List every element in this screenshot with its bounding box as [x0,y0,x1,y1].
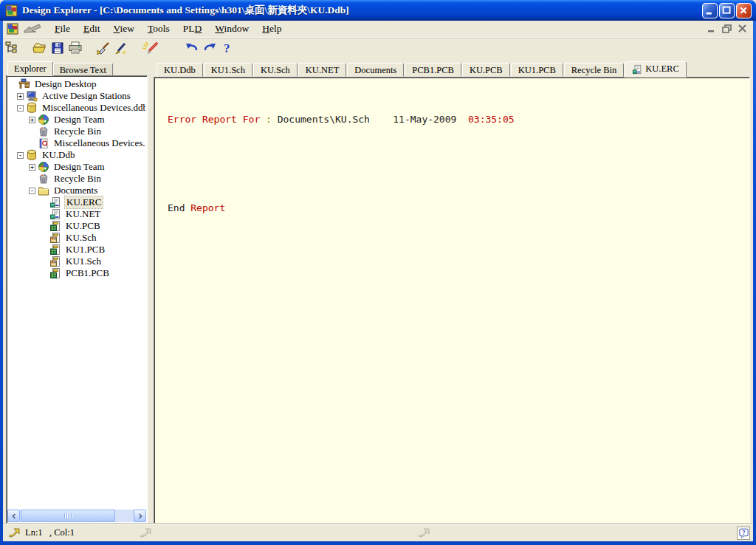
mdi-restore-button[interactable] [721,23,733,34]
wand-tool-icon [142,41,161,55]
redo-icon [202,41,217,55]
tree-item-misc-devices-ddb[interactable]: -Miscellaneous Devices.ddb [8,102,145,114]
expand-toggle[interactable]: - [29,188,35,194]
save-icon [50,41,65,55]
scroll-left-button[interactable] [7,510,20,522]
tree-item-recycle-bin[interactable]: Recycle Bin [8,173,145,185]
report-document-icon [49,208,61,220]
tree-container: Design Desktop +Active Design Stations -… [6,75,148,524]
expand-toggle[interactable]: + [29,164,35,171]
close-button[interactable] [736,3,752,18]
erc-report-text: Error Report For : Documents\KU.Sch11-Ma… [156,79,748,521]
expand-toggle [29,128,35,135]
status-help-button[interactable]: ? [737,527,750,540]
maximize-button[interactable] [719,3,735,18]
document-arrow-icon[interactable] [23,23,42,35]
tree-item-pcb1-pcb[interactable]: PCB1.PCB [8,267,145,279]
panel-swoosh-icon [140,528,154,538]
help-button[interactable]: ? [219,39,236,57]
doc-tab-documents[interactable]: Documents [347,63,404,77]
expand-toggle [41,211,47,218]
doc-tab-ku-erc-active[interactable]: KU.ERC [625,61,687,78]
tree-item-design-desktop[interactable]: Design Desktop [8,78,145,90]
client-area: File Edit View Tools PLD Window Help [3,21,753,541]
tree-item-ku-net[interactable]: KU.NET [8,208,145,220]
doc-tab-pcb1-pcb[interactable]: PCB1.PCB [405,63,461,77]
menu-tools[interactable]: Tools [141,21,176,36]
expand-toggle[interactable]: + [29,117,35,123]
menu-file[interactable]: File [48,21,77,36]
doc-tab-ku1-pcb[interactable]: KU1.PCB [511,63,563,77]
expand-toggle [41,199,47,206]
tree-item-ku-ddb[interactable]: -KU.Ddb [8,149,145,161]
tree-item-ku-erc[interactable]: KU.ERC [8,196,145,208]
tree-item-misc-devices-lib[interactable]: Miscellaneous Devices.lib [8,137,145,149]
minimize-button[interactable] [702,3,718,18]
print-button[interactable] [66,39,84,57]
knife-tool-icon [96,41,111,55]
app-window: Design Explorer - [C:\Documents and Sett… [0,0,756,545]
toolbar: ? [3,38,753,58]
expand-toggle [41,247,47,253]
cursor-swoosh-icon [9,528,22,538]
save-button[interactable] [49,39,66,57]
svg-text:?: ? [742,528,745,535]
library-icon [38,137,49,149]
team-icon [38,161,49,173]
wand-tool-button[interactable] [140,39,162,57]
open-document-button[interactable] [31,39,49,57]
doc-tab-recycle-bin[interactable]: Recycle Bin [564,63,624,77]
tree-horizontal-scrollbar[interactable] [7,510,146,522]
undo-button[interactable] [183,39,201,57]
scrollbar-track[interactable] [115,510,134,522]
mdi-close-button[interactable] [736,23,749,34]
redo-button[interactable] [201,39,219,57]
report-document-icon [49,196,61,208]
report-view[interactable]: Error Report For : Documents\KU.Sch11-Ma… [154,77,750,524]
tree-item-documents-folder[interactable]: -Documents [8,185,145,196]
doc-tab-ku-ddb[interactable]: KU.Ddb [157,63,203,77]
tree-item-ku1-sch[interactable]: KU1.Sch [8,256,145,267]
doc-tab-ku-net[interactable]: KU.NET [298,63,346,77]
help-icon: ? [220,41,235,55]
menu-window[interactable]: Window [208,21,255,36]
tab-browse-text[interactable]: Browse Text [53,63,113,75]
expand-toggle [29,140,35,147]
doc-tab-ku-sch[interactable]: KU.Sch [253,63,298,77]
expand-toggle [29,176,35,182]
workstation-icon [26,90,38,102]
knife-tool-button[interactable] [94,39,112,57]
tree-item-ku1-pcb[interactable]: KU1.PCB [8,244,145,256]
panel-swoosh-icon [419,528,432,538]
tree-item-recycle-bin[interactable]: Recycle Bin [8,126,145,137]
expand-toggle[interactable]: - [17,152,24,159]
menu-pld[interactable]: PLD [176,21,209,36]
expand-toggle[interactable] [10,81,16,88]
help-bubble-icon: ? [738,528,749,539]
scrollbar-thumb[interactable] [21,510,115,522]
scroll-right-button[interactable] [134,510,146,522]
tab-explorer[interactable]: Explorer [7,61,53,76]
tree-item-design-team[interactable]: +Design Team [8,161,145,173]
expand-toggle[interactable]: - [17,105,24,112]
cursor-position: Ln:1 , Col:1 [25,527,75,538]
doc-tab-ku1-sch[interactable]: KU1.Sch [204,63,252,77]
app-logo-icon [5,4,18,17]
explorer-toggle-button[interactable] [3,39,21,57]
report-document-icon [632,64,642,75]
menu-help[interactable]: Help [255,21,288,36]
chevron-left-icon [11,513,17,519]
close-icon [737,4,751,18]
tree-item-ku-pcb[interactable]: KU.PCB [8,220,145,232]
doc-tab-ku-pcb[interactable]: KU.PCB [462,63,510,77]
menu-edit[interactable]: Edit [77,21,107,36]
expand-toggle[interactable]: + [17,93,24,100]
work-area: Explorer Browse Text Design Desktop +Act… [3,59,753,524]
database-icon [26,149,38,161]
menu-view[interactable]: View [107,21,141,36]
tree-item-design-team[interactable]: +Design Team [8,114,145,126]
mdi-minimize-button[interactable] [705,23,718,34]
pencil-tool-button[interactable] [112,39,130,57]
tree-item-active-design-stations[interactable]: +Active Design Stations [8,90,145,102]
tree-item-ku-sch[interactable]: KU.Sch [8,232,145,244]
